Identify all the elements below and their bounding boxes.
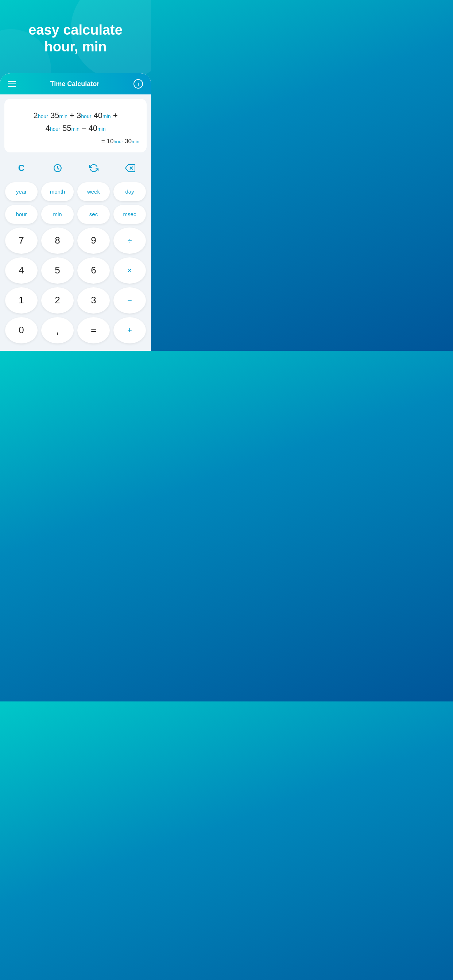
expr-unit4: min <box>102 113 111 119</box>
six-button[interactable]: 6 <box>77 258 110 284</box>
history-button[interactable] <box>41 158 74 179</box>
menu-line-1 <box>8 81 16 82</box>
expr-num1: 2 <box>33 111 38 120</box>
comma-button[interactable]: , <box>41 317 74 344</box>
expr-op1: + <box>70 111 77 120</box>
app-card: Time Calculator i 2hour 35min + 3hour 40… <box>0 73 151 350</box>
expr-unit7: min <box>97 126 106 132</box>
result-unit1: hour <box>113 139 123 145</box>
year-button[interactable]: year <box>5 182 38 201</box>
expr-num4: 40 <box>93 111 102 120</box>
sec-button[interactable]: sec <box>77 205 110 224</box>
num-row-123: 1 2 3 − <box>5 287 146 313</box>
display-area: 2hour 35min + 3hour 40min + 4hour 55min … <box>4 99 147 152</box>
min-button[interactable]: min <box>41 205 74 224</box>
expr-unit1: hour <box>38 113 48 119</box>
menu-line-3 <box>8 86 16 87</box>
unit-row-2: hour min sec msec <box>5 205 146 224</box>
function-row: C <box>5 158 146 179</box>
num-row-789: 7 8 9 ÷ <box>5 228 146 254</box>
two-button[interactable]: 2 <box>41 287 74 313</box>
expr-op3: – 40 <box>82 124 97 133</box>
five-button[interactable]: 5 <box>41 258 74 284</box>
expr-unit5: hour <box>50 126 60 132</box>
backspace-icon <box>125 164 135 172</box>
zero-button[interactable]: 0 <box>5 317 38 344</box>
week-button[interactable]: week <box>77 182 110 201</box>
header-title: Time Calculator <box>50 80 100 88</box>
hero-line2: hour, min <box>45 39 107 54</box>
one-button[interactable]: 1 <box>5 287 38 313</box>
app-header: Time Calculator i <box>0 73 151 94</box>
expression: 2hour 35min + 3hour 40min + 4hour 55min … <box>12 109 139 135</box>
four-button[interactable]: 4 <box>5 258 38 284</box>
expr-unit2: min <box>59 113 67 119</box>
result-unit2: min <box>132 139 139 145</box>
menu-line-2 <box>8 83 16 84</box>
equals-button[interactable]: = <box>77 317 110 344</box>
clock-icon <box>53 163 62 173</box>
swap-button[interactable] <box>77 158 110 179</box>
expr-op2: + <box>113 111 118 120</box>
three-button[interactable]: 3 <box>77 287 110 313</box>
expr-num3: 3 <box>77 111 81 120</box>
hour-button[interactable]: hour <box>5 205 38 224</box>
keypad-area: C <box>0 153 151 351</box>
seven-button[interactable]: 7 <box>5 228 38 254</box>
expr-num5: 4 <box>46 124 50 133</box>
expr-unit6: min <box>71 126 80 132</box>
divide-button[interactable]: ÷ <box>113 228 146 254</box>
eight-button[interactable]: 8 <box>41 228 74 254</box>
plus-button[interactable]: + <box>113 317 146 344</box>
clear-button[interactable]: C <box>5 158 38 179</box>
hero-text: easy calculate hour, min <box>21 22 130 55</box>
day-button[interactable]: day <box>113 182 146 201</box>
expr-unit3: hour <box>81 113 91 119</box>
menu-button[interactable] <box>8 81 16 87</box>
expr-num6: 55 <box>62 124 71 133</box>
info-button[interactable]: i <box>134 79 143 89</box>
num-row-456: 4 5 6 × <box>5 258 146 284</box>
multiply-button[interactable]: × <box>113 258 146 284</box>
hero-line1: easy calculate <box>29 22 123 38</box>
refresh-icon <box>89 163 99 173</box>
result-equals: = <box>101 138 107 145</box>
result-display: = 10hour 30min <box>12 138 139 145</box>
expr-num2: 35 <box>50 111 59 120</box>
nine-button[interactable]: 9 <box>77 228 110 254</box>
num-row-0: 0 , = + <box>5 317 146 344</box>
msec-button[interactable]: msec <box>113 205 146 224</box>
result-num1: 10 <box>107 138 113 145</box>
backspace-button[interactable] <box>113 158 146 179</box>
unit-row-1: year month week day <box>5 182 146 201</box>
month-button[interactable]: month <box>41 182 74 201</box>
result-num2: 30 <box>125 138 132 145</box>
minus-button[interactable]: − <box>113 287 146 313</box>
